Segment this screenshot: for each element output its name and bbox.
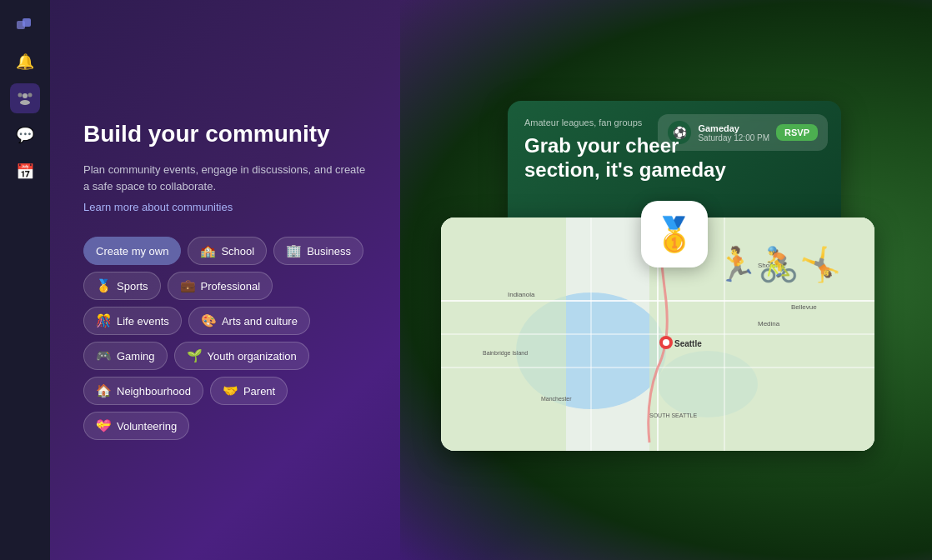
tag-emoji: 🤝 [223, 383, 238, 398]
page-title: Build your community [83, 120, 367, 148]
activity-icon[interactable]: 🔔 [10, 47, 40, 77]
svg-point-26 [663, 339, 669, 346]
tag-emoji: 🏠 [96, 383, 112, 398]
tag-parent[interactable]: 🤝Parent [210, 377, 288, 405]
tag-life-events[interactable]: 🎊Life events [83, 307, 182, 335]
tag-volunteering[interactable]: 💝Volunteering [83, 412, 189, 440]
tag-emoji: 🏢 [286, 243, 302, 258]
svg-text:Bellevue: Bellevue [791, 303, 817, 311]
learn-more-link[interactable]: Learn more about communities [83, 201, 367, 213]
svg-point-3 [28, 93, 33, 98]
chat-icon[interactable]: 💬 [10, 120, 40, 150]
svg-text:Medina: Medina [758, 320, 780, 328]
sports-card-subtitle: Amateur leagues, fan groups [524, 118, 824, 128]
left-panel: Build your community Plan community even… [50, 87, 400, 473]
svg-text:Bainbridge Island: Bainbridge Island [483, 350, 528, 357]
people-illustration: 🏃🚴🤸 [716, 245, 841, 284]
tag-emoji: 🎊 [96, 313, 112, 328]
tag-emoji: 🎮 [96, 348, 112, 363]
tag-emoji: 🌱 [187, 348, 203, 363]
tag-emoji: 💼 [180, 278, 196, 293]
svg-text:Seattle: Seattle [674, 339, 702, 348]
svg-text:Indianola: Indianola [508, 291, 535, 298]
tag-arts-and-culture[interactable]: 🎨Arts and culture [188, 307, 310, 335]
tag-emoji: 🏫 [200, 243, 216, 258]
tag-create-my-own[interactable]: Create my own [83, 237, 181, 265]
tag-gaming[interactable]: 🎮Gaming [83, 342, 168, 370]
tag-school[interactable]: 🏫School [188, 237, 267, 265]
main-content: Build your community Plan community even… [50, 0, 932, 560]
tag-emoji: 🎨 [201, 313, 217, 328]
svg-rect-1 [23, 18, 31, 27]
tag-neighbourhood[interactable]: 🏠Neighbourhood [83, 377, 203, 405]
tag-emoji: 🥇 [96, 278, 112, 293]
teams-icon[interactable] [10, 83, 40, 113]
page-description: Plan community events, engage in discuss… [83, 162, 367, 197]
tags-container: Create my own🏫School🏢Business🥇Sports💼Pro… [83, 237, 367, 440]
tag-business[interactable]: 🏢Business [273, 237, 363, 265]
svg-text:SOUTH SEATTLE: SOUTH SEATTLE [649, 412, 697, 418]
tag-professional[interactable]: 💼Professional [168, 272, 273, 300]
medal-icon: 🥇 [641, 201, 708, 268]
cards-wrapper: Amateur leagues, fan groups Grab your ch… [441, 101, 891, 459]
svg-point-4 [18, 93, 23, 98]
sidebar: 🔔 💬 📅 [0, 0, 50, 560]
svg-text:Manchester: Manchester [541, 396, 572, 402]
tag-emoji: 💝 [96, 418, 112, 433]
sports-card-title: Grab your cheer section, it's gameday [524, 134, 741, 182]
teams-logo-icon[interactable] [10, 10, 40, 40]
tag-youth-organization[interactable]: 🌱Youth organization [174, 342, 309, 370]
calendar-icon[interactable]: 📅 [10, 157, 40, 187]
svg-point-2 [23, 93, 28, 98]
tag-sports[interactable]: 🥇Sports [83, 272, 161, 300]
right-panel: Amateur leagues, fan groups Grab your ch… [400, 0, 932, 560]
svg-point-5 [20, 100, 30, 105]
